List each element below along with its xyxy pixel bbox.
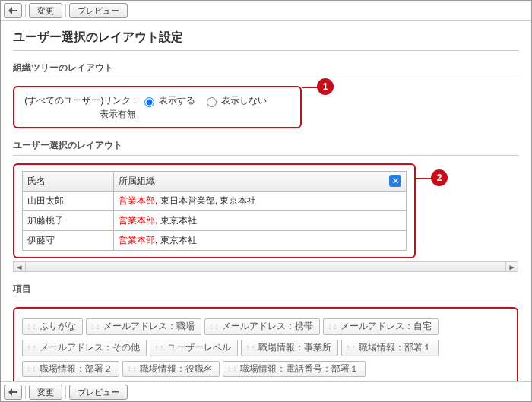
field-tag[interactable]: ⋮⋮職場情報：役職名 [122,361,220,378]
field-tag-label: ユーザーレベル [167,343,231,353]
page-title: ユーザー選択のレイアウト設定 [13,30,519,51]
radio-hide-input[interactable] [207,97,217,107]
user-table: 氏名 所属組織 ✕ 山田太郎 営業本部, 東日本営業部, 東京本社 加藤桃子 営… [22,171,407,251]
org-tree-layout-box: (すべてのユーザー)リンク : 表示有無 表示する 表示しない [13,86,302,128]
field-tag-label: ふりがな [40,321,76,332]
table-row: 山田太郎 営業本部, 東日本営業部, 東京本社 [23,192,407,211]
change-button[interactable]: 変更 [29,385,62,400]
field-tag[interactable]: ⋮⋮職場情報：部署２ [22,361,119,378]
section-org-tree-title: 組織ツリーのレイアウト [13,62,519,78]
field-tag-label: メールアドレス：自宅 [340,321,432,332]
field-tag-label: 職場情報：事業所 [258,343,331,353]
table-row: 伊藤守 営業本部, 東京本社 [23,231,407,251]
radio-show-input[interactable] [144,97,154,107]
field-tag-label: 職場情報：役職名 [140,364,213,375]
cell-org: 営業本部, 東日本営業部, 東京本社 [114,192,407,211]
separator [25,385,26,399]
field-tag-label: 職場情報：部署１ [359,343,432,353]
scroll-left-icon[interactable]: ◄ [14,262,26,271]
cell-name: 伊藤守 [23,231,114,251]
field-tag-label: 職場情報：電話番号：部署１ [240,364,359,375]
drag-grip-icon: ⋮⋮ [26,324,36,330]
connector-1 [302,87,318,88]
toolbar-top: 変更 プレビュー [1,1,531,21]
horizontal-scrollbar[interactable]: ◄ ► [13,261,518,272]
separator [25,4,26,17]
callout-marker-1: 1 [317,78,334,95]
field-tag[interactable]: ⋮⋮メールアドレス：携帯 [204,318,320,335]
field-tag-label: メールアドレス：携帯 [222,321,313,332]
back-arrow-icon [8,7,17,14]
drag-grip-icon: ⋮⋮ [26,366,36,372]
col-org-label: 所属組織 [119,176,155,186]
field-tag[interactable]: ⋮⋮職場情報：事業所 [241,340,338,356]
radio-hide[interactable]: 表示しない [203,94,267,107]
drag-grip-icon: ⋮⋮ [327,324,337,330]
back-button[interactable] [4,3,22,18]
scroll-right-icon[interactable]: ► [505,262,518,271]
field-tag[interactable]: ⋮⋮ふりがな [22,318,83,335]
section-items-title: 項目 [13,283,519,299]
back-button[interactable] [4,385,22,400]
section-user-select-title: ユーザー選択のレイアウト [13,139,519,156]
drag-grip-icon: ⋮⋮ [90,324,100,330]
cell-name: 加藤桃子 [23,211,114,231]
field-tag[interactable]: ⋮⋮職場情報：部署１ [341,340,439,356]
radio-show-label: 表示する [159,94,195,107]
drag-grip-icon: ⋮⋮ [154,345,164,351]
field-tag[interactable]: ⋮⋮職場情報：電話番号：部署１ [223,361,366,378]
all-users-link-label: (すべてのユーザー)リンク : 表示有無 [22,93,136,121]
separator [65,4,66,17]
change-button[interactable]: 変更 [29,3,62,18]
preview-button[interactable]: プレビュー [69,3,128,18]
drag-grip-icon: ⋮⋮ [226,366,237,372]
radio-show[interactable]: 表示する [141,94,195,107]
field-tag[interactable]: ⋮⋮メールアドレス：その他 [22,340,147,356]
col-name-header[interactable]: 氏名 [23,172,114,192]
drag-grip-icon: ⋮⋮ [126,366,137,372]
table-header-row: 氏名 所属組織 ✕ [23,172,407,192]
drag-grip-icon: ⋮⋮ [26,345,36,351]
field-tag[interactable]: ⋮⋮ユーザーレベル [150,340,238,356]
preview-button[interactable]: プレビュー [69,385,128,400]
field-tag[interactable]: ⋮⋮メールアドレス：職場 [86,318,201,335]
callout-marker-2: 2 [431,169,448,186]
user-select-layout-box: 氏名 所属組織 ✕ 山田太郎 営業本部, 東日本営業部, 東京本社 加藤桃子 営… [13,163,416,258]
field-tag[interactable]: ⋮⋮メールアドレス：自宅 [323,318,439,335]
cell-org: 営業本部, 東京本社 [114,211,407,231]
back-arrow-icon [8,388,17,396]
field-tag-label: メールアドレス：職場 [103,321,195,332]
cell-name: 山田太郎 [23,192,114,211]
drag-grip-icon: ⋮⋮ [245,345,255,351]
field-tag-label: 職場情報：部署２ [40,364,112,375]
radio-hide-label: 表示しない [221,94,267,107]
drag-grip-icon: ⋮⋮ [345,345,356,351]
col-org-header[interactable]: 所属組織 ✕ [114,172,407,192]
connector-2 [416,178,432,179]
table-row: 加藤桃子 営業本部, 東京本社 [23,211,407,231]
drag-grip-icon: ⋮⋮ [208,324,219,330]
separator [65,385,66,399]
remove-column-icon[interactable]: ✕ [389,175,401,187]
toolbar-bottom: 変更 プレビュー [1,381,531,401]
field-tag-label: メールアドレス：その他 [40,343,140,353]
cell-org: 営業本部, 東京本社 [114,231,407,251]
